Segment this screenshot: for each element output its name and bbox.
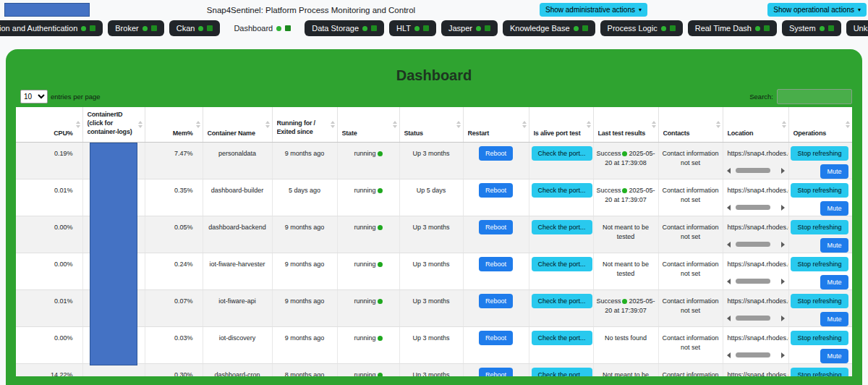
scrollbar-track[interactable]	[733, 168, 779, 174]
state-label: running	[354, 334, 375, 342]
mute-button[interactable]: Mute	[820, 275, 848, 289]
tab-process-logic[interactable]: Process Logic	[600, 20, 683, 36]
column-header-restart[interactable]: Restart	[463, 107, 529, 142]
scroll-right-arrow-icon[interactable]	[781, 316, 785, 321]
scrollbar-thumb[interactable]	[736, 316, 770, 321]
location-scrollbar[interactable]	[727, 352, 785, 358]
mute-button[interactable]: Mute	[820, 312, 848, 326]
tab-hlt[interactable]: HLT	[389, 20, 436, 36]
scroll-right-arrow-icon[interactable]	[781, 242, 785, 248]
reboot-button[interactable]: Reboot	[479, 331, 513, 345]
tab-jasper[interactable]: Jasper	[441, 20, 498, 36]
scroll-right-arrow-icon[interactable]	[781, 352, 785, 358]
mute-button[interactable]: Mute	[820, 238, 848, 253]
tab-knowledge-base[interactable]: Knowledge Base	[503, 20, 595, 36]
stop-refreshing-button[interactable]: Stop refreshing	[791, 146, 848, 161]
column-header-location[interactable]: Location	[723, 107, 788, 142]
tab-system[interactable]: System	[782, 20, 841, 36]
scroll-left-arrow-icon[interactable]	[727, 205, 731, 211]
tab-real-time-dash[interactable]: Real Time Dash	[688, 20, 777, 36]
scroll-left-arrow-icon[interactable]	[727, 242, 731, 248]
tab-broker[interactable]: Broker	[108, 20, 163, 36]
scroll-right-arrow-icon[interactable]	[781, 205, 785, 211]
check-port-button[interactable]: Check the port...	[532, 368, 592, 377]
search-input[interactable]	[777, 89, 852, 104]
tab-dashboard[interactable]: Dashboard	[225, 20, 299, 36]
location-link[interactable]: https://snap4.rhodes.gr	[728, 371, 789, 377]
sort-icon	[265, 121, 270, 128]
reboot-button[interactable]: Reboot	[479, 368, 513, 377]
column-header-last-test-results[interactable]: Last test results	[593, 107, 658, 142]
stop-refreshing-button[interactable]: Stop refreshing	[791, 183, 848, 198]
tab-unknown[interactable]: Unknown	[846, 20, 868, 36]
stop-refreshing-button[interactable]: Stop refreshing	[791, 257, 848, 271]
location-link[interactable]: https://snap4.rhodes.gr	[728, 334, 789, 342]
scroll-left-arrow-icon[interactable]	[727, 168, 731, 174]
mute-button[interactable]: Mute	[820, 201, 848, 216]
reboot-button[interactable]: Reboot	[479, 146, 513, 161]
column-header-contacts[interactable]: Contacts	[658, 107, 723, 142]
column-header-cpu[interactable]: CPU%	[16, 107, 82, 142]
table-row: 14.22%0.30%dashboard-cron8 months agorun…	[16, 363, 852, 376]
scrollbar-track[interactable]	[733, 352, 779, 358]
location-link[interactable]: https://snap4.rhodes.gr	[728, 261, 789, 268]
stop-refreshing-button[interactable]: Stop refreshing	[791, 220, 848, 234]
mute-button[interactable]: Mute	[820, 349, 848, 363]
column-label: CPU%	[20, 130, 73, 137]
scrollbar-track[interactable]	[733, 242, 779, 248]
tab-authorization-and-authentication[interactable]: Authorization and Authentication	[0, 20, 103, 36]
mute-button[interactable]: Mute	[820, 164, 848, 179]
scrollbar-track[interactable]	[733, 279, 779, 284]
column-header-is-alive-port-test[interactable]: Is alive port test	[529, 107, 593, 142]
location-scrollbar[interactable]	[727, 316, 785, 321]
column-header-state[interactable]: State	[337, 107, 399, 142]
check-port-button[interactable]: Check the port...	[532, 220, 592, 234]
location-link[interactable]: https://snap4.rhodes.gr	[728, 224, 789, 231]
tab-data-storage[interactable]: Data Storage	[305, 20, 384, 36]
port-test-cell: Check the port...	[529, 253, 593, 289]
scrollbar-track[interactable]	[733, 205, 779, 211]
column-header-operations[interactable]: Operations	[788, 107, 852, 142]
tab-ckan[interactable]: Ckan	[169, 20, 221, 36]
reboot-button[interactable]: Reboot	[479, 183, 513, 198]
location-scrollbar[interactable]	[727, 242, 785, 248]
reboot-button[interactable]: Reboot	[479, 294, 513, 308]
scroll-left-arrow-icon[interactable]	[727, 352, 731, 358]
location-link[interactable]: https://snap4.rhodes.gr	[728, 187, 789, 194]
check-port-button[interactable]: Check the port...	[532, 294, 592, 308]
location-scrollbar[interactable]	[727, 279, 785, 284]
show-operational-actions-button[interactable]: Show operational actions ▾	[767, 3, 867, 17]
reboot-button[interactable]: Reboot	[479, 257, 513, 271]
scrollbar-thumb[interactable]	[736, 168, 770, 173]
entries-per-page-select[interactable]: 10	[20, 90, 48, 103]
scroll-left-arrow-icon[interactable]	[727, 316, 731, 321]
column-header-containerid-click-for-containe[interactable]: ContainerID (click for container-logs)	[82, 107, 145, 142]
scroll-right-arrow-icon[interactable]	[781, 168, 785, 174]
location-link[interactable]: https://snap4.rhodes.gr	[728, 150, 789, 157]
scrollbar-thumb[interactable]	[736, 352, 770, 358]
column-header-status[interactable]: Status	[399, 107, 463, 142]
stop-refreshing-button[interactable]: Stop refreshing	[791, 331, 848, 345]
check-port-button[interactable]: Check the port...	[532, 257, 592, 271]
column-header-running-for-exited-since[interactable]: Running for / Exited since	[272, 107, 337, 142]
check-port-button[interactable]: Check the port...	[532, 331, 592, 345]
location-scrollbar[interactable]	[727, 205, 785, 211]
scrollbar-thumb[interactable]	[736, 242, 770, 247]
scroll-right-arrow-icon[interactable]	[781, 279, 785, 284]
scrollbar-track[interactable]	[733, 316, 779, 321]
scrollbar-thumb[interactable]	[736, 279, 770, 284]
column-header-mem[interactable]: Mem%	[145, 107, 203, 142]
scrollbar-thumb[interactable]	[736, 205, 770, 210]
reboot-button[interactable]: Reboot	[479, 220, 513, 234]
check-port-button[interactable]: Check the port...	[532, 146, 592, 161]
scroll-left-arrow-icon[interactable]	[727, 279, 731, 284]
location-link[interactable]: https://snap4.rhodes.gr	[728, 297, 789, 305]
caret-down-icon: ▾	[858, 7, 861, 13]
check-port-button[interactable]: Check the port...	[532, 183, 592, 198]
location-scrollbar[interactable]	[727, 168, 785, 174]
show-administrative-actions-button[interactable]: Show administrative actions ▾	[540, 3, 647, 17]
stop-refreshing-button[interactable]: Stop refreshing	[791, 368, 848, 377]
running-for-cell: 9 months ago	[272, 326, 337, 363]
column-header-container-name[interactable]: Container Name	[203, 107, 272, 142]
stop-refreshing-button[interactable]: Stop refreshing	[791, 294, 848, 308]
